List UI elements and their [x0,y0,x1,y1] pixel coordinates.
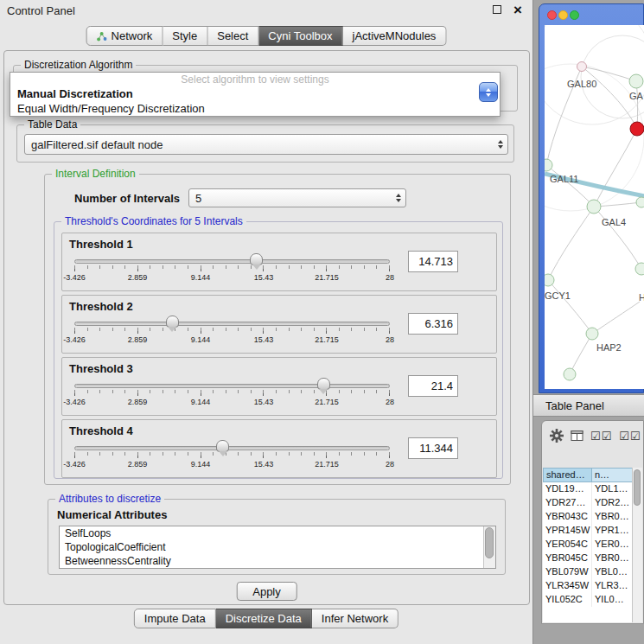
control-panel-titlebar[interactable]: Control Panel × [0,0,532,21]
threshold-slider[interactable]: -3.426 2.859 9.144 15.43 21.715 28 [74,441,390,472]
table-row[interactable]: YDR27… YDR2… [543,496,633,510]
gear-icon[interactable] [550,429,564,443]
network-canvas[interactable]: GAL80 GA GAL11 GAL4 GCY1 H HAP2 [545,25,644,389]
table-row[interactable]: YER054C YER0… [543,538,633,552]
table-row[interactable]: YLR345W YLR3… [543,579,633,593]
algorithm-placeholder: Select algorithm to view settings [10,73,500,86]
scrollbar-thumb[interactable] [634,469,641,506]
list-item[interactable]: BetweennessCentrality [60,554,495,568]
column-header-shared-name[interactable]: shared… [543,468,592,482]
network-nodes[interactable] [545,62,644,381]
list-item[interactable]: TopologicalCoefficient [60,540,495,554]
slider-thumb[interactable] [216,440,229,452]
node[interactable] [545,159,552,171]
node[interactable] [629,74,643,88]
table-header-row: shared… n… [543,468,633,482]
table-row[interactable]: YBL079W YBL0… [543,565,633,579]
threshold-value-input[interactable] [408,375,458,397]
number-of-intervals-combo[interactable]: 5 [188,188,406,207]
tab-label: Discretize Data [226,612,302,625]
node[interactable] [577,62,587,72]
select-all-checkboxes-icon[interactable]: ☑☑ [590,430,612,443]
node-label: GA [629,91,644,101]
table-scrollbar[interactable] [632,468,642,622]
attributes-list[interactable]: SelfLoops TopologicalCoefficient Between… [59,526,496,569]
threshold-value-input[interactable] [408,437,458,459]
close-icon[interactable]: × [513,1,522,20]
float-window-icon[interactable] [493,5,501,14]
algorithm-combo-button[interactable] [479,82,498,102]
tab-label: Network [112,29,153,42]
close-traffic-light[interactable] [547,10,557,20]
threshold-label: Threshold 1 [69,238,133,251]
network-graph[interactable]: GAL80 GA GAL11 GAL4 GCY1 H HAP2 [545,25,644,389]
threshold-panel-1: Threshold 1 -3.426 2.859 9.144 15.43 [61,233,497,291]
slider-track[interactable] [74,259,390,264]
table-body: YDL19… YDL1… YDR27… YDR2… YBR043C YBR0… … [543,482,633,622]
table-row[interactable]: YBR043C YBR0… [543,510,633,524]
table-panel-titlebar[interactable]: Table Panel [533,394,644,417]
tab-jactivemnodules[interactable]: jActiveMNodules [343,26,447,46]
select-all-checkboxes-icon[interactable]: ☑☑ [619,430,641,443]
slider-scale-labels: -3.426 2.859 9.144 15.43 21.715 28 [74,460,390,470]
tab-infer-network[interactable]: Infer Network [312,609,399,628]
tab-label: Infer Network [322,612,388,625]
table-row[interactable]: YBR045C YBR0… [543,552,633,565]
apply-button[interactable]: Apply [236,582,297,601]
threshold-value-input[interactable] [408,251,458,272]
node[interactable] [564,368,576,380]
slider-scale-labels: -3.426 2.859 9.144 15.43 21.715 28 [74,335,390,346]
tab-label: Cyni Toolbox [268,29,332,42]
tab-select[interactable]: Select [207,26,258,46]
algorithm-option-manual[interactable]: Manual Discretization [10,86,500,101]
tab-network[interactable]: Network [86,26,163,46]
arrow-up-icon [486,88,491,92]
table-row[interactable]: YIL052C YIL0… [543,593,633,607]
slider-track[interactable] [74,322,390,326]
tab-style[interactable]: Style [163,26,207,46]
combo-arrows-icon [498,140,503,149]
slider-track[interactable] [74,446,390,450]
column-header-name[interactable]: n… [592,468,633,482]
network-view-window[interactable]: GAL80 GA GAL11 GAL4 GCY1 H HAP2 [539,3,644,393]
slider-thumb[interactable] [317,378,330,390]
threshold-slider[interactable]: -3.426 2.859 9.144 15.43 21.715 28 [74,254,390,285]
group-title: Discretization Algorithm [21,59,136,71]
threshold-value-input[interactable] [408,313,458,335]
list-item[interactable]: SelfLoops [60,526,495,540]
node[interactable] [635,263,644,275]
threshold-slider[interactable]: -3.426 2.859 9.144 15.43 21.715 28 [74,379,390,410]
group-title: Threshold's Coordinates for 5 Intervals [61,215,246,227]
tab-discretize-data[interactable]: Discretize Data [216,609,312,628]
tab-cyni-toolbox[interactable]: Cyni Toolbox [258,26,342,46]
control-panel-window: Control Panel × Network Style Select [0,0,533,644]
cyni-toolbox-panel: Discretization Algorithm Select algorith… [3,50,530,605]
slider-minor-ticks [74,265,390,269]
scrollbar-thumb[interactable] [485,527,494,558]
threshold-panel-2: Threshold 2 -3.426 2.859 9.144 15.43 [61,295,497,354]
selected-node[interactable] [630,122,644,136]
slider-thumb[interactable] [166,316,179,328]
algorithm-option-equal-width[interactable]: Equal Width/Frequency Discretization [10,101,500,116]
zoom-traffic-light[interactable] [570,10,579,20]
node[interactable] [636,197,644,207]
minimize-traffic-light[interactable] [558,10,568,20]
tab-label: Impute Data [144,612,206,625]
node[interactable] [545,274,554,286]
table-row[interactable]: YPR145W YPR1… [543,524,633,538]
slider-track[interactable] [74,384,390,388]
slider-minor-ticks [74,328,390,331]
table-row[interactable]: YDL19… YDL1… [543,482,633,496]
attributes-scrollbar[interactable] [483,526,495,568]
slider-thumb[interactable] [250,253,263,265]
threshold-slider[interactable]: -3.426 2.859 9.144 15.43 21.715 28 [74,316,390,348]
slider-minor-ticks [74,390,390,393]
table-data-combo[interactable]: galFiltered.sif default node [24,134,508,155]
node[interactable] [586,328,598,340]
threshold-panel-4: Threshold 4 -3.426 2.859 9.144 15.43 [61,419,497,478]
tab-impute-data[interactable]: Impute Data [134,609,216,628]
node[interactable] [587,200,601,214]
columns-icon[interactable] [571,430,583,442]
node-label: HAP2 [596,342,622,353]
table-data-group: Table Data galFiltered.sif default node [16,124,514,163]
